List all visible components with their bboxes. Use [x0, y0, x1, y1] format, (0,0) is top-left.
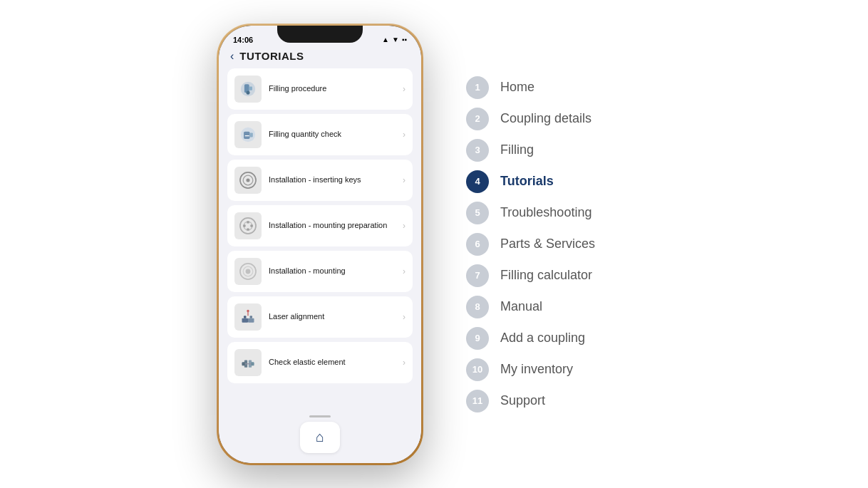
svg-rect-30: [251, 362, 254, 365]
menu-label: Support: [500, 393, 545, 408]
svg-rect-22: [244, 316, 246, 318]
item-label-filling-procedure: Filling procedure: [269, 83, 400, 93]
item-label-filling-quantity-check: Filling quantity check: [269, 129, 400, 139]
wifi-icon: ▼: [392, 36, 399, 43]
home-icon: ⌂: [316, 429, 324, 445]
menu-label: Coupling details: [500, 111, 591, 126]
phone-frame: 14:06 ▲ ▼ ▪▪ ‹ TUTORIALS: [217, 24, 423, 465]
chevron-icon: ›: [403, 266, 405, 276]
menu-label: Filling: [500, 142, 534, 157]
item-icon-install-prep: [234, 212, 262, 239]
chevron-icon: ›: [403, 84, 405, 94]
chevron-icon: ›: [403, 130, 405, 140]
home-tab-button[interactable]: ⌂: [300, 422, 340, 453]
menu-number: 10: [466, 358, 489, 381]
item-label-installation-mounting-preparation: Installation - mounting preparation: [269, 220, 400, 230]
menu-item-7[interactable]: 7Filling calculator: [466, 264, 651, 287]
list-item[interactable]: Installation - inserting keys ›: [227, 160, 413, 201]
app-header: ‹ TUTORIALS: [219, 47, 421, 68]
menu-number: 8: [466, 296, 489, 318]
status-icons: ▲ ▼ ▪▪: [382, 36, 407, 43]
item-icon-install-keys: [234, 167, 262, 194]
menu-number: 2: [466, 108, 489, 130]
svg-point-10: [246, 178, 249, 182]
svg-point-11: [240, 217, 256, 233]
signal-icon: ▲: [382, 36, 389, 43]
svg-rect-6: [250, 133, 253, 137]
menu-number: 3: [466, 139, 489, 162]
svg-rect-2: [249, 86, 252, 90]
svg-rect-5: [244, 131, 250, 138]
list-item[interactable]: Check elastic element ›: [227, 342, 413, 383]
svg-rect-21: [248, 318, 254, 322]
svg-rect-14: [247, 228, 249, 230]
notch: [277, 26, 363, 43]
menu-label: Add a coupling: [500, 331, 585, 346]
menu-item-2[interactable]: 2Coupling details: [466, 108, 651, 130]
item-icon-elastic: [234, 349, 262, 376]
menu-item-6[interactable]: 6Parts & Services: [466, 233, 651, 256]
item-icon-install-mount: [234, 258, 262, 285]
menu-item-4[interactable]: 4Tutorials: [466, 170, 651, 193]
battery-icon: ▪▪: [402, 36, 407, 43]
item-icon-filling-check: [234, 121, 262, 148]
scroll-indicator: [309, 415, 331, 417]
back-button[interactable]: ‹: [230, 50, 234, 63]
list-item[interactable]: Laser alignment ›: [227, 296, 413, 338]
item-label-installation-mounting: Installation - mounting: [269, 266, 400, 276]
menu-label: Filling calculator: [500, 268, 592, 283]
menu-label: Home: [500, 80, 534, 95]
chevron-icon: ›: [403, 312, 405, 322]
chevron-icon: ›: [403, 175, 405, 185]
svg-point-3: [246, 90, 249, 94]
item-icon-laser: [234, 303, 262, 331]
chevron-icon: ›: [403, 358, 405, 368]
menu-item-5[interactable]: 5Troubleshooting: [466, 202, 651, 224]
menu-label: Troubleshooting: [500, 205, 591, 220]
menu-item-9[interactable]: 9Add a coupling: [466, 327, 651, 350]
menu-number: 4: [466, 170, 489, 193]
item-icon-filling: [234, 76, 262, 103]
svg-rect-20: [242, 318, 249, 322]
menu-label: My inventory: [500, 362, 573, 377]
header-title: TUTORIALS: [239, 50, 304, 62]
status-time: 14:06: [233, 36, 253, 44]
menu-number: 6: [466, 233, 489, 256]
menu-item-8[interactable]: 8Manual: [466, 296, 651, 318]
menu-label: Parts & Services: [500, 237, 595, 251]
tutorial-list: Filling procedure ›: [219, 68, 421, 410]
item-label-installation-inserting-keys: Installation - inserting keys: [269, 175, 400, 185]
menu-number: 11: [466, 390, 489, 412]
svg-rect-15: [243, 224, 245, 227]
menu-number: 1: [466, 76, 489, 99]
list-item[interactable]: Filling procedure ›: [227, 68, 413, 110]
item-label-laser-alignment: Laser alignment: [269, 311, 400, 321]
menu-item-3[interactable]: 3Filling: [466, 139, 651, 162]
svg-rect-23: [250, 316, 252, 318]
list-item[interactable]: Filling quantity check ›: [227, 114, 413, 155]
menu-label: Manual: [500, 299, 542, 314]
svg-rect-29: [242, 362, 245, 365]
menu-number: 7: [466, 264, 489, 287]
menu-item-1[interactable]: 1Home: [466, 76, 651, 99]
list-item[interactable]: Installation - mounting preparation ›: [227, 205, 413, 246]
menu-item-11[interactable]: 11Support: [466, 390, 651, 412]
svg-point-19: [246, 269, 251, 274]
phone-inner: 14:06 ▲ ▼ ▪▪ ‹ TUTORIALS: [219, 26, 421, 463]
phone-screen: 14:06 ▲ ▼ ▪▪ ‹ TUTORIALS: [219, 26, 421, 463]
right-menu: 1Home2Coupling details3Filling4Tutorials…: [466, 76, 651, 412]
chevron-icon: ›: [403, 221, 405, 231]
menu-item-10[interactable]: 10My inventory: [466, 358, 651, 381]
page-container: 14:06 ▲ ▼ ▪▪ ‹ TUTORIALS: [0, 0, 868, 488]
item-label-check-elastic-element: Check elastic element: [269, 357, 400, 367]
list-item[interactable]: Installation - mounting ›: [227, 251, 413, 292]
svg-rect-16: [250, 224, 252, 227]
menu-label: Tutorials: [500, 174, 554, 189]
bottom-bar: ⌂: [219, 410, 421, 463]
menu-number: 5: [466, 202, 489, 224]
svg-point-25: [247, 309, 249, 311]
menu-number: 9: [466, 327, 489, 350]
svg-rect-13: [247, 221, 249, 223]
